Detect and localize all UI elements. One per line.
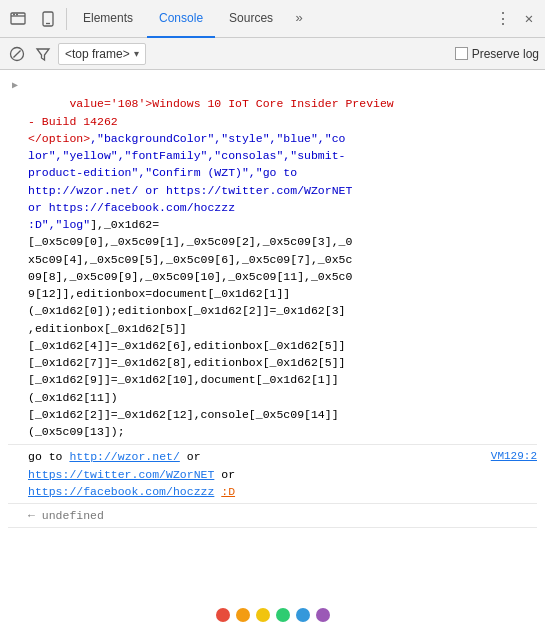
dot-yellow xyxy=(256,608,270,622)
log-link-facebook[interactable]: https://facebook.com/hoczzz xyxy=(28,485,214,498)
expand-arrow[interactable]: ▶ xyxy=(12,78,18,93)
frame-dropdown-arrow: ▾ xyxy=(134,48,139,59)
frame-selector[interactable]: <top frame> ▾ xyxy=(58,43,146,65)
main-toolbar: Elements Console Sources » ⋮ ✕ xyxy=(0,0,545,38)
console-output[interactable]: ▶value='108'>Windows 10 IoT Core Insider… xyxy=(0,70,545,606)
log-row: go to http://wzor.net/ or https://twitte… xyxy=(8,445,537,504)
toolbar-separator xyxy=(66,8,67,30)
log-text: go to http://wzor.net/ or https://twitte… xyxy=(28,448,483,500)
close-button[interactable]: ✕ xyxy=(517,7,541,31)
tab-console[interactable]: Console xyxy=(147,0,215,38)
log-link-d[interactable]: :D xyxy=(221,485,235,498)
undefined-text: ← undefined xyxy=(28,507,104,524)
clear-console-button[interactable] xyxy=(6,43,28,65)
device-icon[interactable] xyxy=(34,5,62,33)
log-source[interactable]: VM129:2 xyxy=(491,448,537,465)
dot-orange xyxy=(236,608,250,622)
svg-marker-8 xyxy=(37,49,49,60)
svg-point-3 xyxy=(16,13,18,15)
preserve-log-checkbox[interactable] xyxy=(455,47,468,60)
svg-point-2 xyxy=(13,13,15,15)
dot-red xyxy=(216,608,230,622)
preserve-log-container[interactable]: Preserve log xyxy=(455,47,539,61)
watermark-dots xyxy=(216,608,330,622)
svg-line-7 xyxy=(13,50,20,57)
log-link-twitter[interactable]: https://twitter.com/WZorNET xyxy=(28,468,214,481)
filter-icon[interactable] xyxy=(32,43,54,65)
back-icon[interactable] xyxy=(4,5,32,33)
tab-elements[interactable]: Elements xyxy=(71,0,145,38)
watermark-row xyxy=(0,606,545,624)
dot-green xyxy=(276,608,290,622)
menu-button[interactable]: ⋮ xyxy=(491,7,515,31)
undefined-row: ← undefined xyxy=(8,504,537,528)
console-toolbar: <top frame> ▾ Preserve log xyxy=(0,38,545,70)
tab-sources[interactable]: Sources xyxy=(217,0,285,38)
more-tabs-button[interactable]: » xyxy=(287,5,311,33)
log-link-wzor[interactable]: http://wzor.net/ xyxy=(69,450,179,463)
frame-label: <top frame> xyxy=(65,47,130,61)
dot-blue xyxy=(296,608,310,622)
dot-purple xyxy=(316,608,330,622)
preserve-log-label: Preserve log xyxy=(472,47,539,61)
code-block: ▶value='108'>Windows 10 IoT Core Insider… xyxy=(8,74,537,445)
